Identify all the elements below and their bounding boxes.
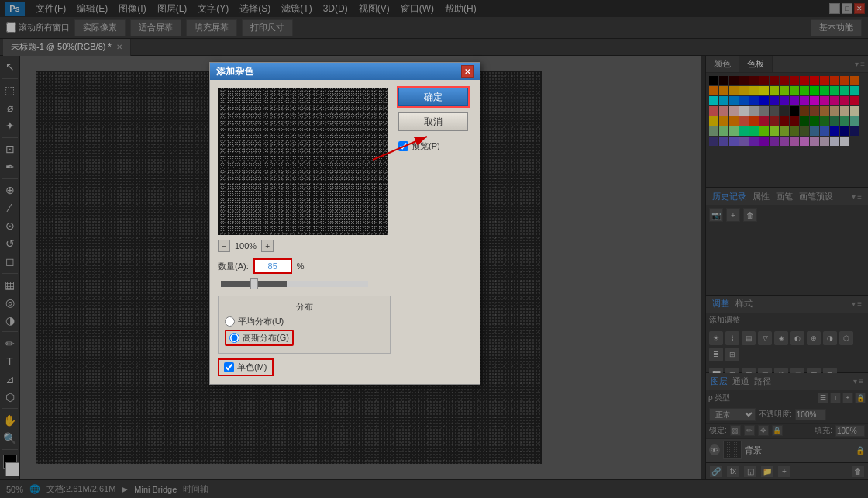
monochrome-label: 单色(M) [237,361,267,373]
cancel-button[interactable]: 取消 [398,112,468,131]
add-noise-dialog: 添加杂色 ✕ − 100% + 数量 [209,62,480,385]
amount-slider[interactable] [221,281,368,287]
modal-close-button[interactable]: ✕ [461,65,474,78]
distribution-label: 分布 [225,301,384,313]
modal-overlay: 添加杂色 ✕ − 100% + 数量 [0,0,868,498]
uniform-radio-row: 平均分布(U) [225,316,384,327]
modal-title-bar: 添加杂色 ✕ [210,63,480,80]
zoom-out-button[interactable]: − [218,240,230,252]
gaussian-radio-row: 高斯分布(G) [225,330,384,346]
preview-label: 预览(P) [412,140,440,152]
gaussian-radio[interactable] [229,333,239,343]
amount-slider-row [218,278,391,289]
preview-checkbox[interactable] [398,141,408,151]
modal-body: − 100% + 数量(A): 85 % [210,80,480,384]
gaussian-label: 高斯分布(G) [243,332,289,344]
distribution-section: 分布 平均分布(U) 高斯分布(G) [218,296,391,354]
uniform-label: 平均分布(U) [238,316,284,327]
amount-row: 数量(A): 85 % [218,258,391,274]
zoom-controls: − 100% + [218,240,391,252]
zoom-value: 100% [235,241,257,251]
amount-unit: % [297,261,305,271]
monochrome-checkbox[interactable] [224,362,234,372]
modal-title: 添加杂色 [216,65,253,78]
noise-preview[interactable] [218,88,388,235]
zoom-in-button[interactable]: + [261,240,274,252]
amount-input[interactable]: 85 [253,258,292,274]
monochrome-checkbox-row: 单色(M) [218,358,274,376]
ok-button[interactable]: 确定 [398,88,468,106]
uniform-radio[interactable] [225,316,235,327]
preview-checkbox-row: 预览(P) [398,140,472,152]
amount-label: 数量(A): [218,261,249,272]
